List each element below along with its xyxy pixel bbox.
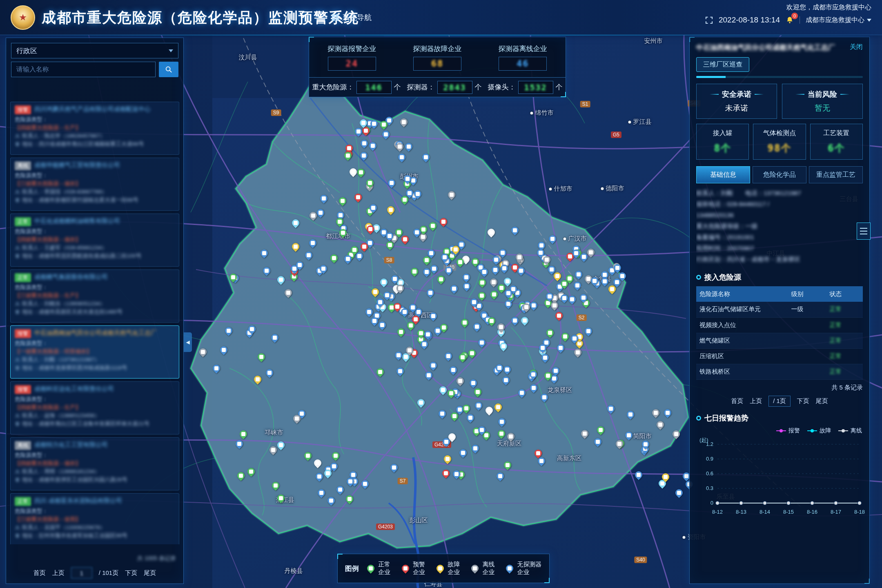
close-button[interactable]: 关闭 xyxy=(850,43,863,51)
company-card[interactable]: 离线成都华能燃气工贸有限责任公司危险源类型：【三级重大危险源－储存】联系人：李国… xyxy=(10,158,179,211)
map-legend: 图例 正常企业预警企业故障企业离线企业无探测器企业 xyxy=(337,554,550,583)
company-card[interactable]: 正常成都燃气集团股份有限公司危险源类型：【三级重大危险源－生产】联系人：刘晓东（… xyxy=(10,270,179,323)
panel-side-toggle[interactable] xyxy=(857,223,871,240)
location-icon xyxy=(15,421,20,427)
page-input[interactable] xyxy=(71,567,92,579)
svg-text:0.9: 0.9 xyxy=(706,456,713,462)
legend-pin-icon xyxy=(471,563,479,574)
company-card[interactable]: 正常四川·成都亚东水泥制品有限公司危险源类型：【三级重大危险源－使用】联系人：吴… xyxy=(10,493,179,544)
hz-prev-button[interactable]: 上页 xyxy=(750,397,762,405)
address-row: 地址：成都市新津区工业园区兴园八路26号 xyxy=(15,476,175,484)
svg-text:8-17: 8-17 xyxy=(831,509,841,515)
current-risk-box: 当前风险 暂无 xyxy=(782,84,863,119)
info-row: 重大危险源等级：一级 xyxy=(696,220,863,232)
status-badge: 报警 xyxy=(15,105,31,114)
first-page-button[interactable]: 首页 xyxy=(33,569,46,577)
hazard-status: 正常 xyxy=(826,317,863,333)
hz-first-button[interactable]: 首页 xyxy=(731,397,743,405)
hazard-name: 燃气储罐区 xyxy=(696,333,788,348)
company-list[interactable]: 报警四川鸿鹏天然气产品有限公司成都配送中心危险源类型：【四级重大危险源－生产】联… xyxy=(6,99,183,544)
legend-label: 正常企业 xyxy=(378,561,394,576)
chart-legend-item: 报警 xyxy=(776,427,800,434)
location-icon xyxy=(15,477,20,483)
legend-item: 故障企业 xyxy=(437,561,463,576)
search-input[interactable] xyxy=(11,62,156,77)
hazard-table-header: 危险源名称级别状态 xyxy=(696,286,863,302)
status-badge: 离线 xyxy=(15,441,31,450)
page-title: 成都市重大危险源（危险化学品）监测预警系统 xyxy=(42,0,359,35)
hazard-table: 危险源名称级别状态 液化石油气储罐区单元一级正常视频接入点位正常燃气储罐区正常压… xyxy=(696,286,863,380)
company-name: 中石化成都燃料油销售有限公司 xyxy=(34,217,120,225)
hazard-row[interactable]: 铁路栈桥区正常 xyxy=(696,364,863,379)
company-card[interactable]: 报警成都科宏达化工有限责任公司危险源类型：【四级重大危险源－生产】联系人：赵海（… xyxy=(10,381,179,434)
patrol-3d-button[interactable]: 三维厂区巡查 xyxy=(696,57,749,72)
hazard-type-value: 【四级重大危险源－储存】 xyxy=(15,236,175,244)
system-nav-button[interactable]: 系统导航 xyxy=(332,0,372,35)
hz-page-indicator: / 1页 xyxy=(768,396,791,407)
hazard-row[interactable]: 燃气储罐区正常 xyxy=(696,333,863,348)
detector-stats-panel: 探测器报警企业24探测器故障企业68探测器离线企业46 重大危险源：146个探测… xyxy=(309,37,566,97)
company-name: 四川鸿鹏天然气产品有限公司成都配送中心 xyxy=(34,105,151,113)
current-risk-label: 当前风险 xyxy=(795,89,849,99)
last-page-button[interactable]: 尾页 xyxy=(144,569,156,577)
svg-text:8-15: 8-15 xyxy=(783,509,794,515)
detector-stat: 探测器报警企业24 xyxy=(309,37,394,77)
company-name: 中石油西南油气田分公司成都天然气化工总厂 xyxy=(34,329,157,337)
tab-2[interactable]: 重点监管工艺 xyxy=(809,166,863,183)
hazard-name: 视频接入点位 xyxy=(696,317,788,333)
company-card[interactable]: 报警四川鸿鹏天然气产品有限公司成都配送中心危险源类型：【四级重大危险源－生产】联… xyxy=(10,102,179,155)
prev-page-button[interactable]: 上页 xyxy=(52,569,65,577)
counter-value: 2843 xyxy=(443,82,466,92)
basic-info: 联系人：刘毅 电话：13736121987值班电话：028-84460117 /… xyxy=(696,187,863,266)
welcome-text: 欢迎您，成都市应急救援中心 xyxy=(705,3,871,12)
hazard-type-value: 【三级重大危险源－使用】 xyxy=(15,515,175,523)
fullscreen-icon[interactable] xyxy=(705,16,713,24)
search-button[interactable] xyxy=(159,62,178,77)
status-badge: 报警 xyxy=(15,329,31,338)
company-name: 四川·成都亚东水泥制品有限公司 xyxy=(34,497,122,505)
hazard-status: 正常 xyxy=(826,302,863,317)
hazard-name: 压缩机区 xyxy=(696,348,788,364)
hz-next-button[interactable]: 下页 xyxy=(797,397,809,405)
address-row: 地址：成都市双流区西航港街道成白路二段100号 xyxy=(15,252,175,260)
company-name: 成都科宏达化工有限责任公司 xyxy=(34,385,114,393)
notifications-button[interactable]: 0 xyxy=(786,16,794,24)
company-card[interactable]: 报警中石油西南油气田分公司成都天然气化工总厂危险源类型：【一级重大危险源－经营储… xyxy=(10,325,179,379)
sidebar-collapse-button[interactable]: ◀ xyxy=(184,332,192,352)
hazard-row[interactable]: 液化石油气储罐区单元一级正常 xyxy=(696,302,863,317)
hazard-type-value: 【三级重大危险源－生产】 xyxy=(15,292,175,300)
address-row: 地址：成都市高新区天府大道北段1480号 xyxy=(15,308,175,316)
hazard-column-header: 状态 xyxy=(826,286,863,302)
hazard-level xyxy=(788,317,826,333)
tab-1[interactable]: 危险化学品 xyxy=(753,166,806,183)
company-card[interactable]: 离线成都恒力化工工贸有限公司危险源类型：【四级重大危险源－储存】联系人：周明（1… xyxy=(10,437,179,490)
user-menu[interactable]: 成都市应急救援中心 xyxy=(806,16,871,24)
hazard-level: 一级 xyxy=(788,302,826,317)
svg-text:8-12: 8-12 xyxy=(712,509,723,515)
tab-0[interactable]: 基础信息 xyxy=(696,166,750,183)
hazard-status: 正常 xyxy=(826,348,863,364)
detector-stat: 探测器故障企业68 xyxy=(394,37,480,77)
info-row: 投用时间：20070907 xyxy=(696,243,863,254)
district-select[interactable]: 行政区 xyxy=(11,43,178,58)
legend-pin-icon xyxy=(367,563,374,574)
counter-label: 探测器： xyxy=(407,82,435,92)
person-icon xyxy=(15,469,20,474)
hz-last-button[interactable]: 尾页 xyxy=(816,397,828,405)
trend-chart: (起)00.30.60.91.28-128-138-148-158-168-17… xyxy=(696,435,865,520)
stat-value: 24 xyxy=(345,58,358,69)
hazard-type-value: 【四级重大危险源－生产】 xyxy=(15,403,175,412)
hazard-row[interactable]: 视频接入点位正常 xyxy=(696,317,863,333)
detector-stat: 探测器离线企业46 xyxy=(480,37,566,77)
hazard-pagination: 首页 上页 / 1页 下页 尾页 xyxy=(696,396,863,407)
status-badge: 正常 xyxy=(15,497,31,506)
user-name: 成都市应急救援中心 xyxy=(806,16,864,24)
hazard-row[interactable]: 压缩机区正常 xyxy=(696,348,863,364)
hazard-type-value: 【一级重大危险源－经营储存】 xyxy=(15,347,175,356)
info-row: 值班电话：028-84460117 / xyxy=(696,198,863,209)
company-card[interactable]: 正常中石化成都燃料油销售有限公司危险源类型：【四级重大危险源－储存】联系人：王建… xyxy=(10,214,179,267)
status-badge: 离线 xyxy=(15,161,31,170)
stat-value-box: 68 xyxy=(413,57,461,71)
next-page-button[interactable]: 下页 xyxy=(125,569,137,577)
alert-badge: 0 xyxy=(791,13,798,19)
